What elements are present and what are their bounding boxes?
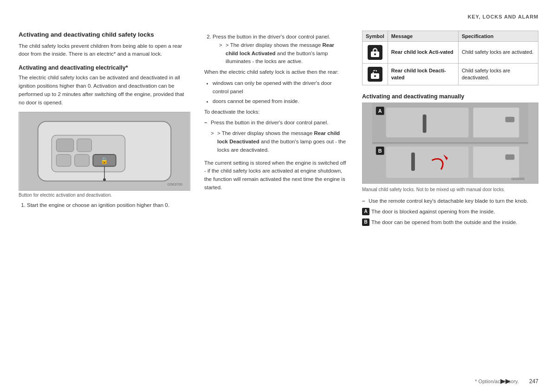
label-a-badge: A [362,208,369,215]
table-row-activated: Rear child lock Acti-vated Child safety … [363,42,538,64]
table-header-specification: Specification [458,31,538,42]
bullet-1: windows can only be opened with the driv… [213,79,348,96]
svg-rect-3 [56,139,74,152]
mid-column: Press the button in the driver's door co… [204,31,348,195]
manual-dash: – Use the remote control key's detachabl… [362,197,538,206]
table-header-message: Message [388,31,458,42]
page-number: 247 [529,378,538,385]
section-title: Activating and deactivating child safety… [19,31,190,39]
svg-rect-26 [473,147,519,178]
svg-rect-23 [423,115,427,133]
status-table: Symbol Message Specification [362,31,538,85]
step-1: Start the engine or choose an ignition p… [27,201,190,210]
door-button-image: 🔒 G563700 [19,112,190,191]
spec-cell-2: Child safety locks are deactivated. [458,64,538,85]
symbol-cell-1 [363,42,388,64]
electric-desc: The electric child safety locks can be a… [19,74,190,107]
label-b-badge: B [362,218,369,226]
spec-cell-1: Child safety locks are activated. [458,42,538,64]
manual-lock-image: A B G020450 [362,103,538,184]
message-cell-2: Rear child lock Deacti-vated [388,64,458,85]
deactivate-result: > > The driver display shows the message… [211,129,348,154]
symbol-cell-2 [363,64,388,85]
svg-point-14 [374,48,376,51]
svg-rect-6 [75,154,90,167]
svg-rect-24 [411,153,415,171]
footnote-text: * Option/accessory. [475,379,519,384]
bullet-2: doors cannot be opened from inside. [213,97,348,106]
stored-note: The current setting is stored when the e… [204,159,348,192]
lock-deactivated-icon [368,67,382,82]
table-header-symbol: Symbol [363,31,388,42]
intro-text: The child safety locks prevent children … [19,42,190,59]
when-active-text: When the electric child safety lock is a… [204,68,348,77]
label-b-item: B The door can be opened from both the o… [362,218,538,226]
left-column: Activating and deactivating child safety… [19,31,190,212]
steps-list: Start the engine or choose an ignition p… [27,201,190,210]
table-row-deactivated: Rear child lock Deacti-vated Child safet… [363,64,538,85]
page: KEY, LOCKS AND ALARM Activating and deac… [0,0,557,392]
image-caption: Button for electric activation and deact… [19,193,190,198]
svg-text:B: B [378,148,382,154]
step2-result: > > The driver display shows the message… [219,41,348,66]
electric-subtitle: Activating and deactivating electrically… [19,64,190,71]
svg-rect-22 [386,147,469,178]
svg-text:G563700: G563700 [168,182,183,186]
svg-point-10 [103,178,106,181]
svg-rect-25 [473,108,519,137]
label-a-item: A The door is blocked against opening fr… [362,208,538,216]
active-bullets: windows can only be opened with the driv… [213,79,348,105]
svg-text:A: A [378,108,382,114]
steps-list-2: Press the button in the driver's door co… [213,33,348,66]
manual-image-caption: Manual child safety locks. Not to be mix… [362,186,538,193]
manual-title: Activating and deactivating manually [362,93,538,100]
svg-rect-4 [77,139,92,152]
svg-text:G020450: G020450 [512,177,525,180]
navigation-arrows: ▶▶ [500,377,511,385]
svg-point-16 [374,75,376,77]
deactivate-step: – Press the button in the driver's door … [204,119,348,127]
message-cell-1: Rear child lock Acti-vated [388,42,458,64]
svg-text:🔒: 🔒 [101,156,109,164]
svg-rect-27 [505,117,515,122]
page-header: KEY, LOCKS AND ALARM [19,14,538,22]
step-2: Press the button in the driver's door co… [213,33,348,66]
lock-activated-icon [368,45,382,60]
right-column: Symbol Message Specification [362,31,538,229]
svg-point-13 [374,53,376,55]
main-columns: Activating and deactivating child safety… [19,31,538,229]
header-title: KEY, LOCKS AND ALARM [468,14,538,19]
deactivate-title: To deactivate the locks: [204,108,348,116]
svg-rect-21 [386,108,469,137]
svg-rect-28 [505,154,515,160]
svg-rect-5 [56,154,71,167]
